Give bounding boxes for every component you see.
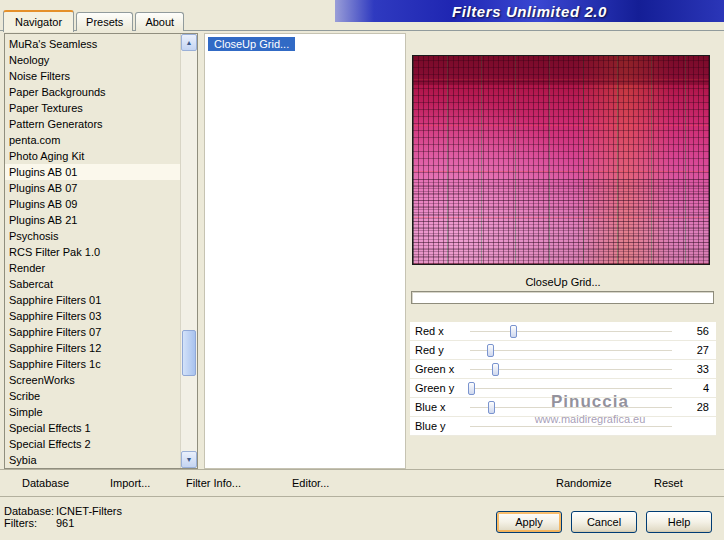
tab-bar: Navigator Presets About [3,7,186,31]
filter-item-selected[interactable]: CloseUp Grid... [208,37,295,51]
slider-track-line [470,388,672,389]
nav-item[interactable]: Sapphire Filters 1c [5,356,180,372]
param-label: Red y [410,344,468,356]
status-filters: Filters:961 [4,517,74,529]
slider-thumb[interactable] [510,325,517,338]
slider-track-line [470,426,672,427]
param-value: 28 [674,401,716,413]
param-row: Green y 4 [410,379,716,398]
nav-item[interactable]: Sabercat [5,276,180,292]
nav-item[interactable]: RCS Filter Pak 1.0 [5,244,180,260]
nav-item[interactable]: Special Effects 2 [5,436,180,452]
nav-item[interactable]: penta.com [5,132,180,148]
nav-item[interactable]: Render [5,260,180,276]
slider-thumb[interactable] [488,401,495,414]
slider-track-line [470,369,672,370]
progress-bar [411,291,714,304]
preview-caption: CloseUp Grid... [410,276,716,288]
scroll-down-icon[interactable]: ▼ [181,451,197,468]
slider-thumb[interactable] [487,344,494,357]
nav-item[interactable]: Plugins AB 07 [5,180,180,196]
nav-item[interactable]: Sapphire Filters 03 [5,308,180,324]
param-slider[interactable] [468,322,674,340]
randomize-button[interactable]: Randomize [556,477,612,489]
status-bar: Database:ICNET-Filters Filters:961 Apply… [0,497,724,540]
status-database-value: ICNET-Filters [56,505,122,517]
nav-item[interactable]: Plugins AB 21 [5,212,180,228]
toolbar: Database Import... Filter Info... Editor… [0,469,724,497]
help-button[interactable]: Help [646,511,712,533]
param-value: 27 [674,344,716,356]
slider-thumb[interactable] [492,363,499,376]
nav-item[interactable]: Photo Aging Kit [5,148,180,164]
nav-item[interactable]: MuRa's Seamless [5,36,180,52]
nav-item[interactable]: Noise Filters [5,68,180,84]
param-slider[interactable] [468,398,674,416]
tab-navigator[interactable]: Navigator [3,10,74,32]
nav-item[interactable]: Neology [5,52,180,68]
param-value: 56 [674,325,716,337]
param-slider[interactable] [468,341,674,359]
nav-item[interactable]: Simple [5,404,180,420]
param-row: Blue y [410,417,716,436]
nav-item[interactable]: Sybia [5,452,180,468]
filter-list-panel: CloseUp Grid... [204,33,406,469]
import-button[interactable]: Import... [110,477,150,489]
tab-presets[interactable]: Presets [76,12,133,31]
param-value: 33 [674,363,716,375]
editor-button[interactable]: Editor... [292,477,329,489]
nav-item[interactable]: Plugins AB 09 [5,196,180,212]
nav-item[interactable]: Sapphire Filters 07 [5,324,180,340]
param-row: Green x 33 [410,360,716,379]
nav-item[interactable]: Paper Backgrounds [5,84,180,100]
nav-item[interactable]: Sapphire Filters 12 [5,340,180,356]
param-label: Blue x [410,401,468,413]
param-slider[interactable] [468,417,674,435]
filters-unlimited-dialog: Filters Unlimited 2.0 Navigator Presets … [0,0,724,540]
nav-item[interactable]: Special Effects 1 [5,420,180,436]
param-row: Red y 27 [410,341,716,360]
app-title: Filters Unlimited 2.0 [452,3,607,20]
nav-item[interactable]: ScreenWorks [5,372,180,388]
nav-item-selected[interactable]: Plugins AB 01 [5,164,180,180]
cancel-button[interactable]: Cancel [571,511,637,533]
parameter-sliders: Red x 56 Red y 27 Green x 33 Green y 4 B… [410,322,716,436]
param-label: Green x [410,363,468,375]
nav-item[interactable]: Scribe [5,388,180,404]
navigator-panel: MuRa's Seamless Neology Noise Filters Pa… [4,33,198,469]
status-database-label: Database: [4,505,56,517]
preview-panel: CloseUp Grid... Red x 56 Red y 27 Green … [410,33,716,469]
apply-button[interactable]: Apply [496,511,562,533]
slider-thumb[interactable] [468,382,475,395]
slider-track-line [470,350,672,351]
tab-about[interactable]: About [135,12,184,31]
status-filters-value: 961 [56,517,74,529]
nav-item[interactable]: Sapphire Filters 01 [5,292,180,308]
param-row: Blue x 28 [410,398,716,417]
nav-item[interactable]: Paper Textures [5,100,180,116]
navigator-items: MuRa's Seamless Neology Noise Filters Pa… [5,34,180,468]
param-label: Red x [410,325,468,337]
param-label: Blue y [410,420,468,432]
param-slider[interactable] [468,379,674,397]
scroll-up-icon[interactable]: ▲ [181,34,197,51]
title-band: Filters Unlimited 2.0 [335,0,724,22]
status-filters-label: Filters: [4,517,56,529]
slider-track-line [470,407,672,408]
reset-button[interactable]: Reset [654,477,683,489]
navigator-scrollbar[interactable]: ▲ ▼ [180,34,197,468]
scrollbar-thumb[interactable] [182,330,196,376]
param-label: Green y [410,382,468,394]
filter-info-button[interactable]: Filter Info... [186,477,241,489]
nav-item[interactable]: Pattern Generators [5,116,180,132]
param-row: Red x 56 [410,322,716,341]
param-value: 4 [674,382,716,394]
database-button[interactable]: Database [22,477,69,489]
param-slider[interactable] [468,360,674,378]
status-database: Database:ICNET-Filters [4,505,122,517]
nav-item[interactable]: Psychosis [5,228,180,244]
slider-track-line [470,331,672,332]
preview-image [412,55,710,265]
